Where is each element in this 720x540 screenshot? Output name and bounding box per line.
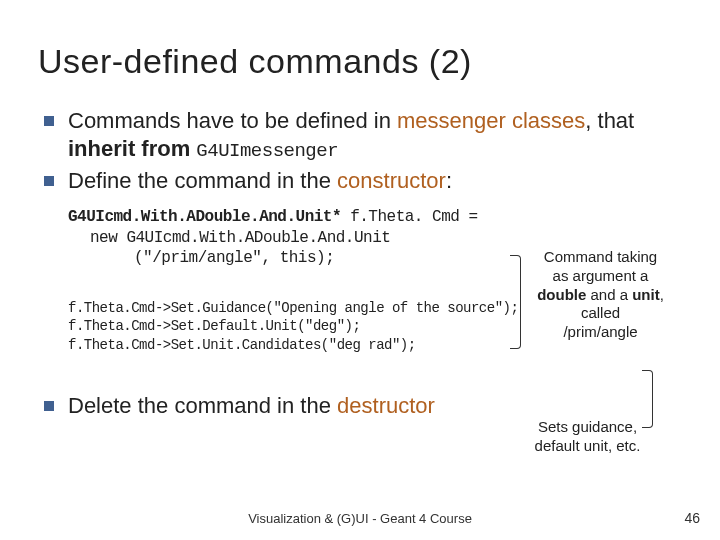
text: Delete the command in the	[68, 393, 337, 418]
annotation-1: Command taking as argument a double and …	[528, 248, 673, 342]
accent-text: destructor	[337, 393, 435, 418]
page-number: 46	[684, 510, 700, 526]
text: Sets guidance,	[538, 418, 637, 435]
slide-title: User-defined commands (2)	[38, 42, 682, 81]
text: Define the command in the	[68, 168, 337, 193]
footer-text: Visualization & (G)UI - Geant 4 Course	[0, 511, 720, 526]
text: default unit, etc.	[535, 437, 641, 454]
text: as argument a	[553, 267, 649, 284]
bullet-2: Define the command in the constructor:	[38, 167, 682, 195]
code-line: G4UIcmd.With.ADouble.And.Unit*	[68, 208, 341, 226]
bullet-3: Delete the command in the destructor	[38, 392, 682, 420]
text: Command taking	[544, 248, 657, 265]
text: , that	[585, 108, 634, 133]
code-line: f.Theta. Cmd =	[341, 208, 478, 226]
brace-icon	[510, 255, 521, 349]
bold-text: unit	[632, 286, 660, 303]
text: ,	[660, 286, 664, 303]
bullet-1: Commands have to be defined in messenger…	[38, 107, 682, 163]
mono-text: G4UImessenger	[196, 140, 338, 162]
text: and a	[586, 286, 632, 303]
text: :	[446, 168, 452, 193]
text: Commands have to be defined in	[68, 108, 397, 133]
accent-text: messenger classes	[397, 108, 585, 133]
code-line: new G4UIcmd.With.ADouble.And.Unit	[68, 228, 682, 249]
accent-text: constructor	[337, 168, 446, 193]
text: called	[581, 304, 620, 321]
annotation-2: Sets guidance, default unit, etc.	[510, 418, 665, 456]
bold-text: inherit from	[68, 136, 196, 161]
text: /prim/angle	[563, 323, 637, 340]
bold-text: double	[537, 286, 586, 303]
